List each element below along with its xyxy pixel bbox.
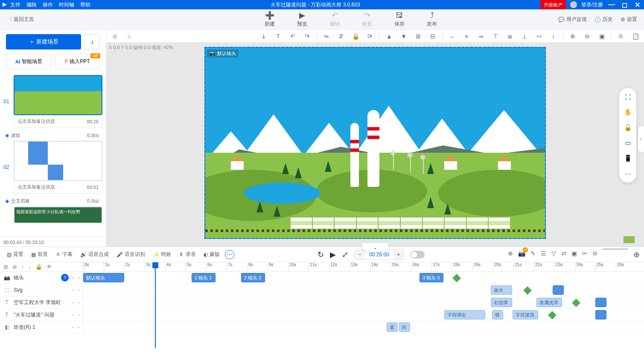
move-up-icon[interactable]: ↑	[21, 264, 24, 270]
maximize-button[interactable]: ◻	[620, 1, 629, 9]
playhead[interactable]	[155, 262, 156, 348]
copy-icon[interactable]: ⎘	[616, 31, 626, 41]
flip-h-icon[interactable]: ⇋	[321, 31, 332, 41]
scene-toggle-icon[interactable]: ⎚	[110, 31, 120, 41]
undo-canvas-icon[interactable]: ↶	[288, 31, 298, 41]
track-body[interactable]: 放大	[83, 284, 644, 296]
preview-button[interactable]: ▶预览	[292, 11, 312, 28]
keyframe[interactable]	[572, 299, 580, 307]
tab-background[interactable]: ▨背景	[4, 249, 26, 260]
upgrade-account-button[interactable]: 升级账户	[540, 0, 566, 9]
paste-icon[interactable]: 📋	[630, 31, 641, 41]
timeline-ruler[interactable]: 0s1s2s3s4s5s6s7s8s9s10s11s12s13s14s15s16…	[83, 262, 644, 271]
align-left-icon[interactable]: ⫠	[447, 31, 457, 41]
menu-help[interactable]: 帮助	[80, 1, 90, 9]
group-icon[interactable]: ⊞	[413, 31, 423, 41]
save-button[interactable]: 🖫保存	[389, 11, 410, 28]
camera-kf-icon[interactable]: 📷V	[518, 250, 525, 259]
filter-icon[interactable]: ▽	[551, 250, 556, 259]
settings-button[interactable]: ⚙设置	[621, 16, 637, 23]
expand-icon[interactable]: ⤢	[342, 250, 348, 259]
rotate-icon[interactable]: ⟳	[365, 31, 375, 41]
add-track-button[interactable]: ⊕	[633, 250, 640, 259]
flip-v-icon[interactable]: ⇵	[336, 31, 346, 41]
clip-zoom[interactable]: 放大	[491, 285, 512, 295]
lock-track-icon[interactable]: 🔒	[35, 264, 42, 270]
move-down-icon[interactable]: ↓	[29, 264, 32, 270]
clip-camera-1[interactable]: 1 镜头 1	[192, 273, 216, 282]
phone-icon[interactable]: 📱	[623, 154, 632, 163]
lock-icon[interactable]: 🔒	[350, 31, 361, 41]
menu-timeline[interactable]: 时间轴	[59, 1, 74, 9]
smart-scene-button[interactable]: ᴀɪ智能场景	[6, 54, 51, 69]
adjust-icon[interactable]: ⇄	[561, 250, 566, 259]
crop-icon[interactable]: ▣	[571, 250, 577, 259]
scene-transition[interactable]: ◉波纹0.3(s)	[2, 130, 102, 141]
scene-thumbnail[interactable]: 我国某部边防军小分队成一列在野	[14, 206, 102, 223]
distribute-h-icon[interactable]: ⇿	[534, 31, 544, 41]
align-right-icon[interactable]: ⫤	[476, 31, 486, 41]
align-middle-icon[interactable]: ≣	[505, 31, 515, 41]
keyframe[interactable]	[548, 311, 557, 319]
undo-button[interactable]: ↶撤销	[324, 11, 345, 28]
clip-bar[interactable]	[595, 298, 606, 307]
tab-effects[interactable]: ✨特效	[150, 249, 174, 260]
tab-asr[interactable]: 🎤语音识别	[114, 249, 148, 260]
home-icon[interactable]: ⌂	[124, 31, 134, 41]
visibility-icon[interactable]: 👁	[47, 264, 52, 270]
clip-bar[interactable]	[595, 310, 606, 319]
track-body[interactable]: 底 向	[83, 321, 644, 333]
time-decrement-button[interactable]: −	[355, 250, 365, 259]
minimize-button[interactable]: —	[607, 1, 616, 9]
music-button[interactable]: ♪	[85, 34, 100, 49]
collapse-stage-button[interactable]: ⌄	[362, 243, 388, 252]
clip-char-pop[interactable]: 字符弹出	[444, 310, 485, 319]
edit-kf-icon[interactable]: ✎	[530, 250, 536, 259]
play-button[interactable]: ▶	[330, 250, 336, 259]
loop-icon[interactable]: ↻	[318, 250, 324, 259]
minimap[interactable]	[624, 236, 635, 243]
tab-foreground[interactable]: ▦前景	[29, 249, 50, 260]
clip-metal-shine[interactable]: 金属光泽	[536, 298, 562, 307]
import-icon[interactable]: ⤓	[259, 31, 269, 41]
menu-file[interactable]: 文件	[10, 1, 20, 9]
zoom-out-icon[interactable]: ⊖	[582, 31, 592, 41]
align-bottom-icon[interactable]: ⊥	[519, 31, 530, 41]
keyframe[interactable]	[452, 274, 461, 282]
clip-camera-3[interactable]: 3 镜头 3	[420, 273, 443, 282]
login-register-link[interactable]: 登录/注册	[581, 1, 603, 9]
clip-move[interactable]: 移	[492, 310, 503, 319]
canvas[interactable]: 📷默认镜头	[204, 47, 546, 239]
redo-canvas-icon[interactable]: ↷	[302, 31, 312, 41]
add-track-icon[interactable]: ⊕	[12, 264, 17, 270]
zoom-slider-icon[interactable]	[603, 249, 628, 258]
history-button[interactable]: 🕘历史	[594, 16, 613, 23]
scene-thumbnail[interactable]	[14, 141, 102, 181]
snap-toggle[interactable]	[410, 251, 425, 258]
clip-bottom[interactable]: 底	[387, 322, 398, 332]
menu-edit[interactable]: 编辑	[26, 1, 37, 9]
scene-transition[interactable]: ◉交叉切换0.3(s)	[2, 195, 102, 206]
clip-camera-2[interactable]: 2 镜头 2	[241, 273, 265, 282]
publish-button[interactable]: ⤴发布	[422, 11, 442, 28]
tab-tts[interactable]: 🔊语音合成	[78, 249, 111, 260]
tab-subtitle[interactable]: Ａ字幕	[53, 249, 75, 260]
fit-icon[interactable]: ▣	[597, 31, 607, 41]
user-avatar-icon[interactable]	[570, 1, 577, 8]
fullscreen-icon[interactable]: ⛶	[623, 92, 632, 102]
clip-default-camera[interactable]: 默认镜头	[83, 273, 124, 282]
clip-direction[interactable]: 向	[399, 322, 410, 332]
track-body[interactable]: 默认镜头 1 镜头 1 2 镜头 2 3 镜头 3	[83, 272, 644, 284]
zoomout-tl-icon[interactable]: ⊖	[592, 250, 597, 259]
scene-note-hint[interactable]: 点击添加备注信息	[17, 184, 55, 190]
insert-ppt-button[interactable]: P插入PPTVIP	[55, 54, 100, 69]
expand-track-icon[interactable]: ⊞	[3, 264, 8, 270]
redo-button[interactable]: ↷恢复	[357, 11, 377, 28]
feedback-button[interactable]: 💬用户反馈	[558, 16, 587, 23]
clip-char-wave[interactable]: 字符波浪	[513, 310, 538, 319]
camera-badge[interactable]: 📷默认镜头	[207, 49, 239, 58]
tab-mask[interactable]: ◐蒙版	[201, 249, 222, 260]
keyframe[interactable]	[523, 286, 532, 295]
tab-record[interactable]: 🎙录音	[176, 249, 198, 260]
export-icon[interactable]: ⤒	[273, 31, 283, 41]
